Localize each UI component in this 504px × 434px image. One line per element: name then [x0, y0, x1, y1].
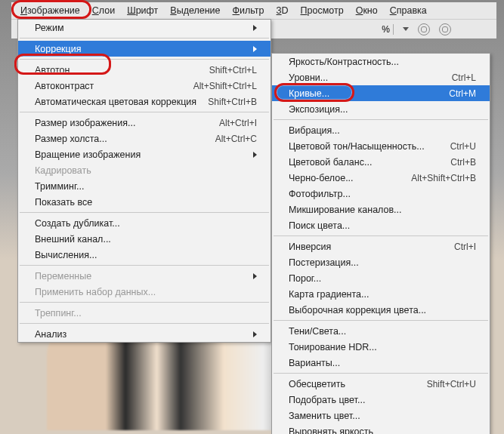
adjustments-item[interactable]: Уровни...Ctrl+L: [272, 69, 490, 85]
adjustments-item[interactable]: Порог...: [272, 270, 490, 286]
menu-item-shortcut: Alt+Ctrl+I: [219, 118, 257, 128]
image-menu-dropdown: РежимКоррекцияАвтотонShift+Ctrl+LАвтокон…: [17, 19, 271, 343]
dropdown-icon[interactable]: [403, 27, 409, 31]
menubar-item[interactable]: Окно: [350, 4, 384, 17]
menu-item-label: Черно-белое...: [289, 173, 354, 183]
menubar-item[interactable]: Фильтр: [227, 4, 271, 17]
image-menu-item[interactable]: Размер изображения...Alt+Ctrl+I: [18, 115, 271, 131]
adjustments-item[interactable]: ОбесцветитьShift+Ctrl+U: [272, 376, 490, 392]
menu-item-label: Коррекция: [35, 44, 81, 54]
menu-item-shortcut: Shift+Ctrl+U: [427, 379, 476, 389]
adjustments-item[interactable]: Подобрать цвет...: [272, 392, 490, 408]
menu-item-label: Экспозиция...: [289, 104, 348, 115]
image-menu-separator: [20, 212, 269, 213]
adjustments-item[interactable]: Тени/Света...: [272, 323, 490, 339]
menu-item-label: Кадрировать: [35, 165, 91, 176]
adjustments-item[interactable]: Экспозиция...: [272, 101, 490, 117]
adjustments-item[interactable]: Цветовой баланс...Ctrl+B: [272, 154, 490, 170]
menu-item-label: Автоконтраст: [35, 81, 94, 91]
menubar-item[interactable]: Шрифт: [121, 4, 164, 17]
menu-item-label: Варианты...: [289, 358, 340, 368]
image-menu-item[interactable]: Размер холста...Alt+Ctrl+C: [18, 131, 271, 146]
adjustments-item[interactable]: Выборочная коррекция цвета...: [272, 302, 490, 318]
image-menu-item[interactable]: Показать все: [18, 194, 271, 210]
adjustments-separator: [274, 320, 488, 321]
image-menu-item[interactable]: Анализ: [18, 326, 271, 342]
adjustments-item[interactable]: Тонирование HDR...: [272, 339, 490, 355]
adjustments-item[interactable]: Черно-белое...Alt+Shift+Ctrl+B: [272, 170, 490, 186]
menubar-item[interactable]: Выделение: [164, 4, 226, 17]
menu-item-label: Уровни...: [289, 72, 328, 83]
adjustments-item[interactable]: Микширование каналов...: [272, 202, 490, 217]
image-menu-separator: [20, 265, 269, 266]
menu-item-shortcut: Alt+Shift+Ctrl+B: [411, 173, 476, 183]
image-menu-item[interactable]: Режим: [18, 20, 271, 35]
menu-item-shortcut: Ctrl+U: [450, 141, 476, 152]
menu-item-shortcut: Alt+Shift+Ctrl+L: [193, 81, 257, 91]
image-menu-item[interactable]: Вращение изображения: [18, 146, 271, 162]
image-menu-separator: [20, 38, 269, 38]
image-menu-item[interactable]: Вычисления...: [18, 247, 271, 263]
menu-item-label: Выборочная коррекция цвета...: [289, 305, 426, 315]
image-menu-item[interactable]: Тримминг...: [18, 178, 271, 194]
adjustments-item[interactable]: Кривые...Ctrl+M: [272, 85, 490, 101]
image-menu-item[interactable]: Создать дубликат...: [18, 215, 271, 231]
menubar-item[interactable]: Просмотр: [295, 4, 350, 17]
menubar-item[interactable]: 3D: [271, 4, 295, 17]
menu-item-label: Обесцветить: [289, 379, 345, 389]
tool-icon-a[interactable]: [418, 23, 430, 35]
menu-item-label: Тени/Света...: [289, 326, 346, 337]
menu-item-label: Вычисления...: [35, 250, 97, 260]
image-menu-item[interactable]: АвтоконтрастAlt+Shift+Ctrl+L: [18, 78, 271, 94]
menu-item-label: Тримминг...: [35, 181, 84, 192]
adjustments-item[interactable]: Фотофильтр...: [272, 186, 490, 202]
menu-item-label: Вращение изображения: [35, 149, 141, 160]
menu-item-shortcut: Alt+Ctrl+C: [215, 134, 257, 144]
menu-item-label: Постеризация...: [289, 257, 359, 268]
zoom-percent-suffix: %: [382, 24, 394, 35]
adjustments-item[interactable]: Карта градиента...: [272, 286, 490, 302]
image-menu-item[interactable]: АвтотонShift+Ctrl+L: [18, 62, 271, 78]
adjustments-separator: [274, 119, 488, 120]
menu-item-label: Автоматическая цветовая коррекция: [35, 97, 196, 107]
adjustments-item[interactable]: Заменить цвет...: [272, 408, 490, 423]
adjustments-item[interactable]: Выровнять яркость: [272, 423, 490, 434]
image-menu-item: Переменные: [18, 268, 271, 284]
menubar-item[interactable]: Справка: [384, 4, 433, 17]
adjustments-item[interactable]: ИнверсияCtrl+I: [272, 239, 490, 254]
menu-item-shortcut: Ctrl+M: [449, 88, 476, 99]
tool-icon-b[interactable]: [439, 23, 451, 35]
image-menu-item[interactable]: Коррекция: [18, 41, 271, 57]
menu-item-label: Показать все: [35, 197, 92, 208]
adjustments-item[interactable]: Цветовой тон/Насыщенность...Ctrl+U: [272, 138, 490, 154]
menu-item-label: Микширование каналов...: [289, 205, 402, 215]
adjustments-item[interactable]: Варианты...: [272, 355, 490, 371]
image-menu-item[interactable]: Автоматическая цветовая коррекцияShift+C…: [18, 94, 271, 109]
adjustments-item[interactable]: Вибрация...: [272, 122, 490, 138]
image-menu-item[interactable]: Внешний канал...: [18, 231, 271, 247]
menu-item-label: Анализ: [35, 329, 66, 340]
menu-item-label: Треппинг...: [35, 308, 82, 319]
image-menu-separator: [20, 112, 269, 112]
menu-item-label: Режим: [35, 23, 64, 33]
menu-item-label: Внешний канал...: [35, 234, 111, 245]
menu-item-label: Автотон: [35, 65, 70, 75]
menu-item-shortcut: Ctrl+B: [450, 157, 476, 168]
menu-item-label: Переменные: [35, 271, 91, 282]
menu-item-label: Цветовой баланс...: [289, 157, 372, 168]
menu-item-label: Тонирование HDR...: [289, 342, 377, 352]
menu-item-label: Выровнять яркость: [289, 426, 373, 435]
menu-item-label: Подобрать цвет...: [289, 395, 365, 405]
adjustments-separator: [274, 373, 488, 374]
menu-item-label: Фотофильтр...: [289, 189, 351, 199]
menubar-item[interactable]: Слои: [86, 4, 121, 17]
menubar-item[interactable]: Изображение: [14, 4, 86, 17]
menu-item-label: Поиск цвета...: [289, 220, 350, 231]
adjustments-item[interactable]: Яркость/Контрастность...: [272, 54, 490, 69]
menubar: ИзображениеСлоиШрифтВыделениеФильтр3DПро…: [11, 2, 496, 19]
menu-item-label: Инверсия: [289, 242, 331, 252]
adjustments-item[interactable]: Поиск цвета...: [272, 217, 490, 233]
menu-item-label: Порог...: [289, 273, 321, 284]
adjustments-item[interactable]: Постеризация...: [272, 254, 490, 270]
image-menu-separator: [20, 59, 269, 60]
